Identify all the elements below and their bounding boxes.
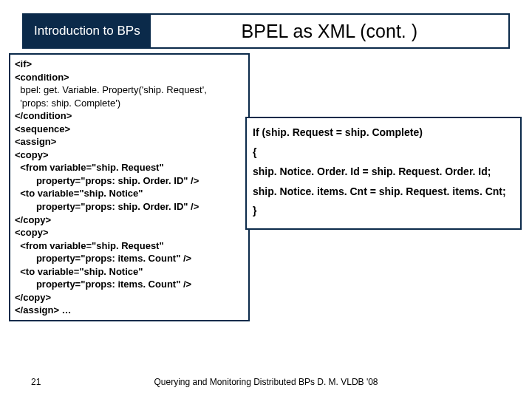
code-line: <from variable="ship. Request" <box>15 161 244 174</box>
code-line: property="props: ship. Order. ID" /> <box>15 200 244 214</box>
header-tab: Introduction to BPs <box>24 15 151 47</box>
code-line: <if> <box>15 58 244 71</box>
code-line: </assign> … <box>15 304 244 317</box>
code-line: bpel: get. Variable. Property('ship. Req… <box>15 83 244 97</box>
footer-credit: Querying and Monitoring Distributed BPs … <box>0 377 532 387</box>
code-line: </condition> <box>15 109 244 123</box>
pseudocode-box: If (ship. Request = ship. Complete) { sh… <box>245 117 522 230</box>
code-line: <condition> <box>15 71 244 84</box>
code-line: <assign> <box>15 135 244 149</box>
code-line: </copy> <box>15 291 244 304</box>
bpel-code-box: <if> <condition> bpel: get. Variable. Pr… <box>9 53 250 321</box>
pseudo-line: } <box>253 201 514 221</box>
code-line: <copy> <box>15 149 244 162</box>
slide-title: BPEL as XML (cont. ) <box>151 15 508 47</box>
pseudo-line: ship. Notice. items. Cnt = ship. Request… <box>253 182 514 202</box>
slide-header: Introduction to BPs BPEL as XML (cont. ) <box>22 13 510 49</box>
code-line: <to variable="ship. Notice" <box>15 187 244 200</box>
code-line: <from variable="ship. Request" <box>15 239 244 253</box>
code-line: <sequence> <box>15 123 244 136</box>
code-line: property="props: items. Count" /> <box>15 252 244 265</box>
code-line: 'props: ship. Complete') <box>15 97 244 110</box>
slide: Introduction to BPs BPEL as XML (cont. )… <box>0 0 532 399</box>
code-line: property="props: items. Count" /> <box>15 278 244 291</box>
code-line: <to variable="ship. Notice" <box>15 265 244 279</box>
code-line: <copy> <box>15 226 244 239</box>
code-line: property="props: ship. Order. ID" /> <box>15 174 244 188</box>
pseudo-line: { <box>253 143 514 163</box>
pseudo-line: If (ship. Request = ship. Complete) <box>253 123 514 143</box>
code-line: </copy> <box>15 214 244 227</box>
pseudo-line: ship. Notice. Order. Id = ship. Request.… <box>253 162 514 182</box>
